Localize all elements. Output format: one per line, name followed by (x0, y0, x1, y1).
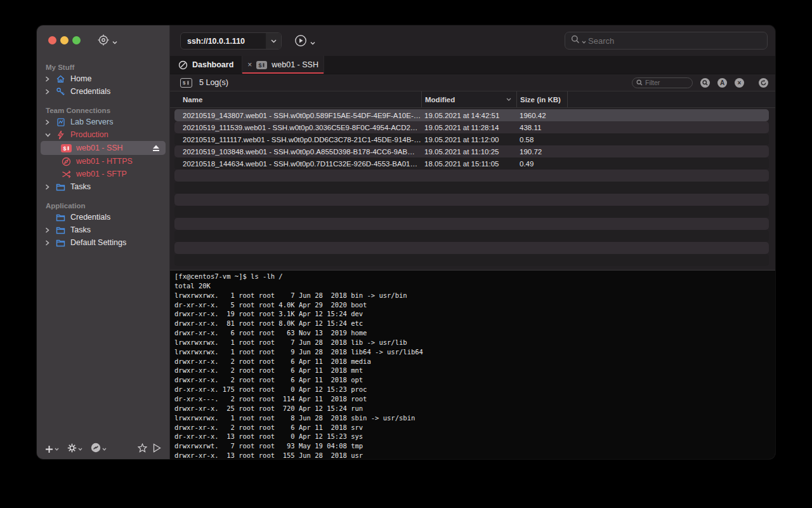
app-window: My Stuff Home Credentials Team Connectio… (37, 25, 775, 459)
connection-scope-button[interactable] (97, 34, 117, 49)
log-row-empty (174, 218, 769, 230)
sidebar-item-label: web01 - SSH (76, 144, 148, 152)
address-value[interactable]: ssh://10.0.1.110 (181, 37, 266, 46)
minimize-window-button[interactable] (60, 36, 69, 44)
sidebar-item-home[interactable]: Home (37, 72, 169, 85)
play-circle-icon[interactable] (294, 34, 307, 50)
sidebar-item-web01-ssh-selected[interactable]: $ web01 - SSH (41, 141, 166, 155)
log-table-body: 20210519_143807.web01 - SSH.w0t0p0.589F1… (170, 108, 775, 270)
clear-logs-button[interactable]: × (735, 78, 744, 88)
search-field[interactable] (565, 32, 768, 50)
terminal-line: drwxr-xr-x. 19 root root 3.1K Apr 12 15:… (174, 309, 775, 319)
log-table-header: Name Modified Size (in KB) (170, 91, 775, 108)
sidebar-item-label: Tasks (70, 182, 91, 191)
terminal-pane[interactable]: [fx@centos7-vm ~]$ ls -lh / total 20K lr… (170, 270, 775, 459)
column-header-name[interactable]: Name (170, 91, 421, 107)
search-icon (571, 35, 580, 46)
chevron-down-icon (112, 36, 117, 47)
font-size-button[interactable]: A (717, 78, 727, 88)
chevron-down-icon (102, 448, 107, 451)
terminal-line: [fx@centos7-vm ~]$ ls -lh / (174, 272, 775, 281)
terminal-line: lrwxrwxrwx. 1 root root 7 Jun 28 2018 li… (174, 338, 775, 347)
folder-icon (55, 182, 66, 192)
sidebar-item-web01-https[interactable]: web01 - HTTPS (37, 155, 169, 168)
sidebar-item-credentials[interactable]: Credentials (37, 85, 169, 98)
terminal-line: drwxrwxrwt. 7 root root 93 May 19 04:08 … (174, 441, 775, 451)
sidebar-item-tasks-team[interactable]: Tasks (37, 180, 169, 193)
log-terminal-icon: $ (180, 78, 192, 88)
transfer-arrows-icon (61, 169, 72, 179)
sidebar-item-web01-sftp[interactable]: web01 - SFTP (37, 168, 169, 180)
zoom-window-button[interactable] (72, 36, 81, 44)
filter-input[interactable] (645, 79, 683, 86)
terminal-line: dr-xr-x---. 2 root root 114 Apr 11 2018 … (174, 394, 775, 404)
folder-icon (55, 225, 66, 235)
log-row[interactable]: 20210519_103848.web01 - SSH.w0t0p0.A855D… (174, 145, 769, 157)
sidebar-item-app-tasks[interactable]: Tasks (37, 224, 169, 236)
terminal-line: drwxr-xr-x. 2 root root 6 Apr 11 2018 mn… (174, 366, 775, 375)
log-row-empty (174, 230, 769, 242)
terminal-line: drwxr-xr-x. 2 root root 6 Apr 11 2018 sr… (174, 423, 775, 432)
zoom-log-button[interactable] (700, 78, 710, 88)
sidebar-item-label: Home (70, 74, 91, 83)
sidebar-item-label: web01 - HTTPS (76, 157, 133, 166)
close-tab-icon[interactable]: × (247, 60, 252, 69)
chevron-down-icon (78, 448, 82, 451)
log-panel-header: $ 5 Log(s) A × (170, 74, 775, 91)
log-row[interactable]: 20210519_111539.web01 - SSH.w0t0p0.3036C… (174, 121, 769, 133)
tab-bar: Dashboard × $ web01 - SSH (170, 56, 775, 74)
sidebar-item-label: Credentials (70, 213, 110, 222)
log-count-label: 5 Log(s) (199, 78, 228, 87)
column-header-size[interactable]: Size (in KB) (516, 91, 567, 107)
refresh-button[interactable] (759, 78, 768, 88)
ssh-terminal-icon: $ (61, 144, 72, 152)
main-area: ssh://10.0.1.110 (169, 25, 775, 459)
tab-dashboard[interactable]: Dashboard (170, 56, 242, 74)
address-dropdown-button[interactable] (266, 33, 281, 49)
terminal-line: dr-xr-xr-x. 13 root root 0 Apr 12 15:23 … (174, 432, 775, 441)
favorite-star-icon[interactable] (138, 443, 147, 455)
sort-descending-icon (506, 98, 511, 101)
sidebar-item-lab-servers[interactable]: Lab Servers (37, 116, 169, 128)
svg-text:$: $ (183, 80, 186, 86)
chevron-right-icon[interactable] (45, 184, 51, 190)
tab-label: Dashboard (192, 60, 233, 69)
sidebar-item-app-credentials[interactable]: Credentials (37, 211, 169, 224)
chevron-right-icon[interactable] (45, 227, 51, 233)
connection-type-button[interactable] (91, 443, 107, 455)
log-row[interactable]: 20210518_144634.web01 - SSH.w0t0p0.7D11C… (174, 157, 769, 170)
column-header-modified[interactable]: Modified (421, 91, 516, 107)
filter-field[interactable] (632, 77, 693, 88)
sidebar-item-label: Lab Servers (70, 117, 113, 126)
connect-play-icon[interactable] (153, 443, 161, 455)
home-icon (55, 74, 66, 84)
close-window-button[interactable] (48, 36, 56, 44)
sidebar-item-label: web01 - SFTP (76, 170, 127, 178)
chevron-right-icon[interactable] (45, 89, 51, 95)
log-row-empty (174, 194, 769, 206)
search-scope-chevron-icon[interactable] (582, 35, 586, 46)
chevron-right-icon[interactable] (45, 76, 51, 82)
eject-icon[interactable] (152, 145, 160, 152)
add-connection-button[interactable] (45, 445, 59, 453)
folder-icon (55, 237, 66, 248)
terminal-line: dr-xr-xr-x. 5 root root 4.0K Apr 29 2020… (174, 300, 775, 310)
connect-button-group[interactable] (294, 34, 315, 50)
gear-icon (67, 443, 77, 455)
log-row[interactable]: 20210519_111117.web01 - SSH.w0t0p0.DD6C3… (174, 133, 769, 145)
log-row[interactable]: 20210519_143807.web01 - SSH.w0t0p0.589F1… (174, 109, 769, 121)
address-combobox[interactable]: ssh://10.0.1.110 (180, 32, 282, 50)
chevron-down-icon (55, 448, 59, 451)
terminal-line: lrwxrwxrwx. 1 root root 7 Jun 28 2018 bi… (174, 291, 775, 300)
terminal-line: total 20K (174, 281, 775, 291)
sidebar-item-default-settings[interactable]: Default Settings (37, 236, 169, 249)
terminal-line: lrwxrwxrwx. 1 root root 9 Jun 28 2018 li… (174, 347, 775, 357)
chevron-down-icon[interactable] (310, 36, 315, 48)
chevron-down-icon[interactable] (45, 133, 51, 137)
settings-button[interactable] (67, 443, 82, 455)
sidebar-item-production[interactable]: Production (37, 128, 169, 141)
tab-web01-ssh[interactable]: × $ web01 - SSH (242, 56, 324, 74)
chevron-right-icon[interactable] (45, 240, 51, 246)
search-input[interactable] (588, 36, 761, 46)
chevron-right-icon[interactable] (45, 119, 51, 125)
